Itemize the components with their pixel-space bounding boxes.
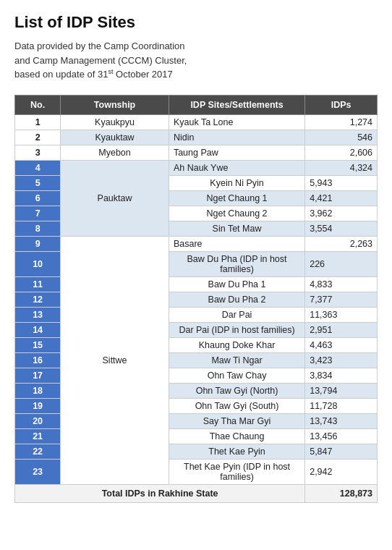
col-header-township: Township <box>61 95 169 114</box>
total-label: Total IDPs in Rakhine State <box>15 484 305 502</box>
cell-idps: 3,834 <box>305 368 378 383</box>
cell-site: Baw Du Pha (IDP in host families) <box>169 251 304 276</box>
cell-no: 6 <box>15 190 61 206</box>
cell-site: Khaung Doke Khar <box>169 337 304 352</box>
cell-no: 12 <box>15 292 61 307</box>
cell-site: Baw Du Pha 1 <box>169 276 304 292</box>
cell-idps: 2,942 <box>305 459 378 484</box>
idp-sites-table: No. Township IDP Sites/Settlements IDPs … <box>14 95 378 503</box>
total-value: 128,873 <box>305 484 378 502</box>
cell-no: 3 <box>15 145 61 160</box>
subtitle: Data provided by the Camp Coordination a… <box>14 39 378 82</box>
cell-no: 14 <box>15 322 61 337</box>
cell-idps: 2,951 <box>305 322 378 337</box>
cell-idps: 11,728 <box>305 398 378 413</box>
cell-no: 7 <box>15 206 61 221</box>
cell-idps: 4,463 <box>305 337 378 352</box>
table-header-row: No. Township IDP Sites/Settlements IDPs <box>15 95 378 114</box>
cell-site: Ohn Taw Chay <box>169 368 304 383</box>
page-title: List of IDP Sites <box>14 13 378 32</box>
cell-site: Say Tha Mar Gyi <box>169 413 304 428</box>
cell-no: 16 <box>15 352 61 368</box>
cell-site: Ohn Taw Gyi (South) <box>169 398 304 413</box>
table-row: 4PauktawAh Nauk Ywe4,324 <box>15 160 378 175</box>
cell-no: 23 <box>15 459 61 484</box>
cell-site: Thet Kae Pyin <box>169 444 304 459</box>
cell-site: Kyein Ni Pyin <box>169 175 304 190</box>
cell-no: 13 <box>15 307 61 322</box>
cell-no: 18 <box>15 383 61 398</box>
cell-no: 15 <box>15 337 61 352</box>
cell-idps: 3,423 <box>305 352 378 368</box>
cell-idps: 13,794 <box>305 383 378 398</box>
cell-township: Kyauktaw <box>61 130 169 145</box>
cell-no: 2 <box>15 130 61 145</box>
cell-idps: 3,554 <box>305 221 378 236</box>
cell-idps: 226 <box>305 251 378 276</box>
cell-township: Sittwe <box>61 236 169 484</box>
cell-no: 20 <box>15 413 61 428</box>
cell-no: 9 <box>15 236 61 251</box>
cell-idps: 4,421 <box>305 190 378 206</box>
cell-site: Nget Chaung 1 <box>169 190 304 206</box>
table-row: 3MyebonTaung Paw2,606 <box>15 145 378 160</box>
cell-no: 8 <box>15 221 61 236</box>
cell-idps: 3,962 <box>305 206 378 221</box>
table-row: 1KyaukpyuKyauk Ta Lone1,274 <box>15 114 378 130</box>
table-row: 9SittweBasare2,263 <box>15 236 378 251</box>
col-header-no: No. <box>15 95 61 114</box>
cell-no: 21 <box>15 428 61 444</box>
cell-idps: 4,833 <box>305 276 378 292</box>
cell-township: Pauktaw <box>61 160 169 236</box>
cell-no: 17 <box>15 368 61 383</box>
cell-site: Dar Pai <box>169 307 304 322</box>
cell-site: Thae Chaung <box>169 428 304 444</box>
cell-idps: 1,274 <box>305 114 378 130</box>
cell-no: 5 <box>15 175 61 190</box>
cell-idps: 7,377 <box>305 292 378 307</box>
cell-idps: 2,606 <box>305 145 378 160</box>
col-header-sites: IDP Sites/Settlements <box>169 95 304 114</box>
cell-idps: 2,263 <box>305 236 378 251</box>
cell-idps: 13,456 <box>305 428 378 444</box>
cell-township: Myebon <box>61 145 169 160</box>
cell-idps: 546 <box>305 130 378 145</box>
cell-site: Taung Paw <box>169 145 304 160</box>
cell-site: Ah Nauk Ywe <box>169 160 304 175</box>
cell-idps: 4,324 <box>305 160 378 175</box>
cell-no: 1 <box>15 114 61 130</box>
col-header-idps: IDPs <box>305 95 378 114</box>
cell-no: 19 <box>15 398 61 413</box>
cell-site: Kyauk Ta Lone <box>169 114 304 130</box>
cell-no: 10 <box>15 251 61 276</box>
cell-township: Kyaukpyu <box>61 114 169 130</box>
cell-idps: 5,847 <box>305 444 378 459</box>
cell-idps: 11,363 <box>305 307 378 322</box>
cell-site: Thet Kae Pyin (IDP in host families) <box>169 459 304 484</box>
cell-no: 22 <box>15 444 61 459</box>
cell-site: Nget Chaung 2 <box>169 206 304 221</box>
cell-site: Ohn Taw Gyi (North) <box>169 383 304 398</box>
cell-site: Baw Du Pha 2 <box>169 292 304 307</box>
cell-site: Dar Pai (IDP in host families) <box>169 322 304 337</box>
cell-no: 11 <box>15 276 61 292</box>
total-row: Total IDPs in Rakhine State 128,873 <box>15 484 378 502</box>
cell-site: Maw Ti Ngar <box>169 352 304 368</box>
cell-site: Sin Tet Maw <box>169 221 304 236</box>
cell-idps: 13,743 <box>305 413 378 428</box>
cell-no: 4 <box>15 160 61 175</box>
cell-site: Basare <box>169 236 304 251</box>
cell-site: Nidin <box>169 130 304 145</box>
cell-idps: 5,943 <box>305 175 378 190</box>
table-row: 2KyauktawNidin546 <box>15 130 378 145</box>
